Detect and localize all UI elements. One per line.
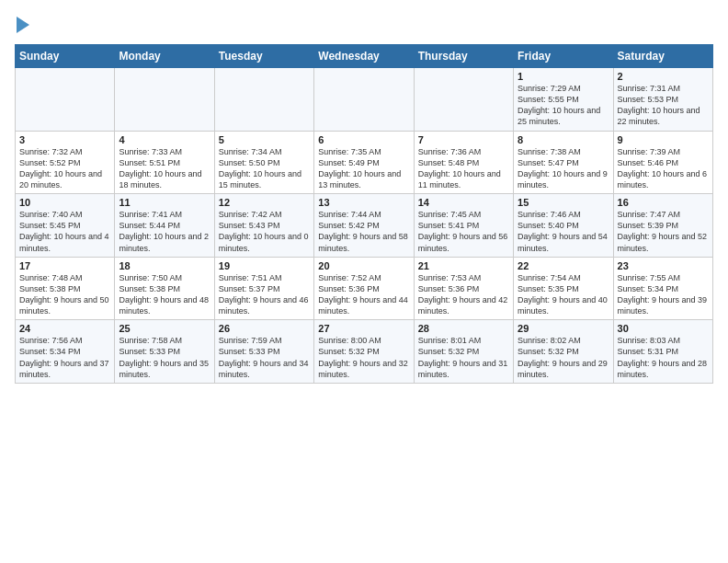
day-info: Sunrise: 8:00 AM Sunset: 5:32 PM Dayligh… bbox=[318, 335, 409, 380]
weekday-header-friday: Friday bbox=[514, 45, 613, 68]
day-number: 17 bbox=[19, 260, 110, 271]
day-number: 18 bbox=[119, 260, 210, 271]
calendar-cell: 21Sunrise: 7:53 AM Sunset: 5:36 PM Dayli… bbox=[414, 257, 513, 320]
day-number: 30 bbox=[618, 323, 709, 334]
calendar-table: SundayMondayTuesdayWednesdayThursdayFrid… bbox=[15, 44, 713, 384]
week-row-3: 10Sunrise: 7:40 AM Sunset: 5:45 PM Dayli… bbox=[16, 194, 713, 258]
day-info: Sunrise: 7:46 AM Sunset: 5:40 PM Dayligh… bbox=[518, 209, 609, 254]
calendar-cell bbox=[115, 68, 214, 132]
day-info: Sunrise: 7:50 AM Sunset: 5:38 PM Dayligh… bbox=[119, 272, 210, 317]
day-info: Sunrise: 7:38 AM Sunset: 5:47 PM Dayligh… bbox=[518, 146, 609, 191]
day-number: 11 bbox=[119, 197, 210, 208]
day-number: 23 bbox=[618, 260, 709, 271]
calendar-cell: 16Sunrise: 7:47 AM Sunset: 5:39 PM Dayli… bbox=[613, 194, 712, 258]
weekday-header-row: SundayMondayTuesdayWednesdayThursdayFrid… bbox=[16, 45, 713, 68]
calendar-cell: 19Sunrise: 7:51 AM Sunset: 5:37 PM Dayli… bbox=[214, 257, 313, 320]
calendar-cell: 3Sunrise: 7:32 AM Sunset: 5:52 PM Daylig… bbox=[16, 131, 115, 194]
calendar-cell: 8Sunrise: 7:38 AM Sunset: 5:47 PM Daylig… bbox=[514, 131, 613, 194]
weekday-header-tuesday: Tuesday bbox=[214, 45, 313, 68]
calendar-cell: 13Sunrise: 7:44 AM Sunset: 5:42 PM Dayli… bbox=[314, 194, 414, 258]
weekday-header-wednesday: Wednesday bbox=[314, 45, 414, 68]
day-number: 12 bbox=[219, 197, 310, 208]
calendar-cell: 5Sunrise: 7:34 AM Sunset: 5:50 PM Daylig… bbox=[214, 131, 313, 194]
logo bbox=[15, 15, 29, 33]
calendar-cell: 25Sunrise: 7:58 AM Sunset: 5:33 PM Dayli… bbox=[115, 320, 214, 384]
day-number: 26 bbox=[219, 323, 310, 334]
day-number: 28 bbox=[418, 323, 509, 334]
calendar-cell: 22Sunrise: 7:54 AM Sunset: 5:35 PM Dayli… bbox=[514, 257, 613, 320]
calendar-cell: 30Sunrise: 8:03 AM Sunset: 5:31 PM Dayli… bbox=[613, 320, 712, 384]
day-info: Sunrise: 8:03 AM Sunset: 5:31 PM Dayligh… bbox=[618, 335, 709, 380]
day-info: Sunrise: 7:55 AM Sunset: 5:34 PM Dayligh… bbox=[618, 272, 709, 317]
day-info: Sunrise: 7:32 AM Sunset: 5:52 PM Dayligh… bbox=[19, 146, 110, 191]
day-info: Sunrise: 7:53 AM Sunset: 5:36 PM Dayligh… bbox=[418, 272, 509, 317]
day-number: 15 bbox=[518, 197, 609, 208]
day-number: 4 bbox=[119, 134, 210, 145]
day-number: 5 bbox=[219, 134, 310, 145]
weekday-header-sunday: Sunday bbox=[16, 45, 115, 68]
calendar-cell: 1Sunrise: 7:29 AM Sunset: 5:55 PM Daylig… bbox=[514, 68, 613, 132]
calendar-cell: 4Sunrise: 7:33 AM Sunset: 5:51 PM Daylig… bbox=[115, 131, 214, 194]
day-number: 27 bbox=[318, 323, 409, 334]
day-number: 29 bbox=[518, 323, 609, 334]
day-info: Sunrise: 7:40 AM Sunset: 5:45 PM Dayligh… bbox=[19, 209, 110, 254]
calendar-cell bbox=[314, 68, 414, 132]
day-info: Sunrise: 7:54 AM Sunset: 5:35 PM Dayligh… bbox=[518, 272, 609, 317]
day-info: Sunrise: 7:35 AM Sunset: 5:49 PM Dayligh… bbox=[318, 146, 409, 191]
day-number: 14 bbox=[418, 197, 509, 208]
calendar-cell: 26Sunrise: 7:59 AM Sunset: 5:33 PM Dayli… bbox=[214, 320, 313, 384]
day-number: 22 bbox=[518, 260, 609, 271]
calendar-cell: 14Sunrise: 7:45 AM Sunset: 5:41 PM Dayli… bbox=[414, 194, 513, 258]
calendar-cell: 20Sunrise: 7:52 AM Sunset: 5:36 PM Dayli… bbox=[314, 257, 414, 320]
day-info: Sunrise: 7:34 AM Sunset: 5:50 PM Dayligh… bbox=[219, 146, 310, 191]
day-info: Sunrise: 7:52 AM Sunset: 5:36 PM Dayligh… bbox=[318, 272, 409, 317]
day-number: 13 bbox=[318, 197, 409, 208]
day-number: 1 bbox=[518, 71, 609, 82]
day-info: Sunrise: 7:29 AM Sunset: 5:55 PM Dayligh… bbox=[518, 83, 609, 128]
calendar-cell: 23Sunrise: 7:55 AM Sunset: 5:34 PM Dayli… bbox=[613, 257, 712, 320]
day-info: Sunrise: 7:31 AM Sunset: 5:53 PM Dayligh… bbox=[618, 83, 709, 128]
calendar-cell: 17Sunrise: 7:48 AM Sunset: 5:38 PM Dayli… bbox=[16, 257, 115, 320]
day-info: Sunrise: 7:58 AM Sunset: 5:33 PM Dayligh… bbox=[119, 335, 210, 380]
day-number: 10 bbox=[19, 197, 110, 208]
calendar-cell: 15Sunrise: 7:46 AM Sunset: 5:40 PM Dayli… bbox=[514, 194, 613, 258]
calendar-cell: 10Sunrise: 7:40 AM Sunset: 5:45 PM Dayli… bbox=[16, 194, 115, 258]
day-number: 19 bbox=[219, 260, 310, 271]
weekday-header-thursday: Thursday bbox=[414, 45, 513, 68]
day-number: 16 bbox=[618, 197, 709, 208]
day-info: Sunrise: 7:39 AM Sunset: 5:46 PM Dayligh… bbox=[618, 146, 709, 191]
day-number: 9 bbox=[618, 134, 709, 145]
week-row-2: 3Sunrise: 7:32 AM Sunset: 5:52 PM Daylig… bbox=[16, 131, 713, 194]
day-number: 8 bbox=[518, 134, 609, 145]
calendar-cell: 18Sunrise: 7:50 AM Sunset: 5:38 PM Dayli… bbox=[115, 257, 214, 320]
week-row-4: 17Sunrise: 7:48 AM Sunset: 5:38 PM Dayli… bbox=[16, 257, 713, 320]
day-number: 20 bbox=[318, 260, 409, 271]
day-number: 21 bbox=[418, 260, 509, 271]
day-number: 25 bbox=[119, 323, 210, 334]
day-info: Sunrise: 7:47 AM Sunset: 5:39 PM Dayligh… bbox=[618, 209, 709, 254]
day-info: Sunrise: 7:48 AM Sunset: 5:38 PM Dayligh… bbox=[19, 272, 110, 317]
day-number: 7 bbox=[418, 134, 509, 145]
calendar-cell: 12Sunrise: 7:42 AM Sunset: 5:43 PM Dayli… bbox=[214, 194, 313, 258]
day-number: 6 bbox=[318, 134, 409, 145]
header bbox=[15, 15, 713, 33]
day-number: 24 bbox=[19, 323, 110, 334]
logo-arrow-icon bbox=[17, 17, 29, 33]
week-row-5: 24Sunrise: 7:56 AM Sunset: 5:34 PM Dayli… bbox=[16, 320, 713, 384]
day-info: Sunrise: 7:36 AM Sunset: 5:48 PM Dayligh… bbox=[418, 146, 509, 191]
day-info: Sunrise: 7:33 AM Sunset: 5:51 PM Dayligh… bbox=[119, 146, 210, 191]
day-info: Sunrise: 7:44 AM Sunset: 5:42 PM Dayligh… bbox=[318, 209, 409, 254]
calendar-cell: 2Sunrise: 7:31 AM Sunset: 5:53 PM Daylig… bbox=[613, 68, 712, 132]
calendar-cell: 27Sunrise: 8:00 AM Sunset: 5:32 PM Dayli… bbox=[314, 320, 414, 384]
page: SundayMondayTuesdayWednesdayThursdayFrid… bbox=[0, 0, 728, 398]
calendar-cell bbox=[214, 68, 313, 132]
weekday-header-monday: Monday bbox=[115, 45, 214, 68]
day-info: Sunrise: 7:41 AM Sunset: 5:44 PM Dayligh… bbox=[119, 209, 210, 254]
calendar-cell: 24Sunrise: 7:56 AM Sunset: 5:34 PM Dayli… bbox=[16, 320, 115, 384]
calendar-cell: 6Sunrise: 7:35 AM Sunset: 5:49 PM Daylig… bbox=[314, 131, 414, 194]
day-info: Sunrise: 7:42 AM Sunset: 5:43 PM Dayligh… bbox=[219, 209, 310, 254]
day-info: Sunrise: 7:45 AM Sunset: 5:41 PM Dayligh… bbox=[418, 209, 509, 254]
day-info: Sunrise: 7:56 AM Sunset: 5:34 PM Dayligh… bbox=[19, 335, 110, 380]
weekday-header-saturday: Saturday bbox=[613, 45, 712, 68]
calendar-cell: 9Sunrise: 7:39 AM Sunset: 5:46 PM Daylig… bbox=[613, 131, 712, 194]
